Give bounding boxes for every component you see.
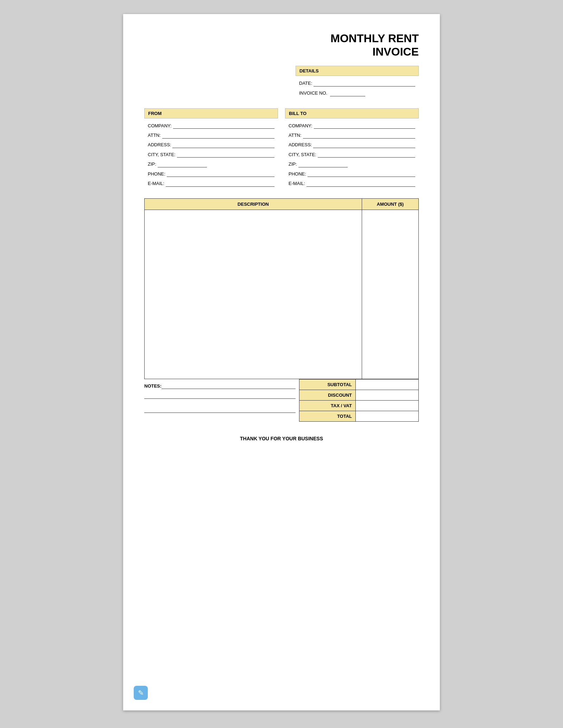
invoice-page: MONTHLY RENT INVOICE DETAILS DATE: INVOI… — [123, 14, 440, 710]
description-cell[interactable] — [145, 210, 362, 379]
notes-line-2[interactable] — [144, 390, 296, 399]
billto-city-state: CITY, STATE: — [289, 150, 415, 159]
discount-value[interactable] — [356, 390, 418, 400]
billto-phone: PHONE: — [289, 170, 415, 178]
from-email: E-MAIL: — [148, 179, 274, 188]
description-table: DESCRIPTION AMOUNT ($) — [144, 198, 419, 379]
bill-to-section: BILL TO COMPANY: ATTN: ADDRESS: CITY, ST… — [285, 108, 419, 191]
from-attn: ATTN: — [148, 131, 274, 140]
table-header-row: DESCRIPTION AMOUNT ($) — [145, 199, 418, 210]
bottom-app-icon — [134, 686, 148, 700]
title-block: MONTHLY RENT INVOICE — [144, 32, 419, 59]
date-underline[interactable] — [314, 80, 415, 87]
notes-line-3[interactable] — [144, 404, 296, 413]
details-header: DETAILS — [296, 66, 419, 76]
billto-attn: ATTN: — [289, 131, 415, 140]
tax-value[interactable] — [356, 401, 418, 411]
billto-address: ADDRESS: — [289, 140, 415, 149]
from-billto-row: FROM COMPANY: ATTN: ADDRESS: CITY, STATE… — [144, 108, 419, 191]
from-city-state: CITY, STATE: — [148, 150, 274, 159]
billto-email: E-MAIL: — [289, 179, 415, 188]
notes-area: NOTES: — [144, 379, 299, 422]
tax-row: TAX / VAT — [299, 400, 418, 411]
discount-label: DISCOUNT — [299, 390, 356, 400]
details-body: DATE: INVOICE NO. — [296, 76, 419, 101]
from-header: FROM — [144, 108, 278, 119]
from-zip: ZIP: — [148, 160, 274, 168]
billto-zip: ZIP: — [289, 160, 415, 168]
tax-label: TAX / VAT — [299, 401, 356, 411]
from-body: COMPANY: ATTN: ADDRESS: CITY, STATE: ZIP… — [144, 119, 278, 191]
date-field: DATE: — [299, 79, 415, 88]
discount-row: DISCOUNT — [299, 390, 418, 400]
date-label: DATE: — [299, 79, 312, 88]
desc-col-header: DESCRIPTION — [145, 199, 362, 210]
subtotal-label: SUBTOTAL — [299, 379, 356, 390]
invoice-no-label: INVOICE NO. — [299, 89, 327, 98]
subtotal-value[interactable] — [356, 379, 418, 390]
amount-cell[interactable] — [362, 210, 418, 379]
details-section: DETAILS DATE: INVOICE NO. — [296, 66, 419, 101]
total-label: TOTAL — [299, 411, 356, 421]
amount-col-header: AMOUNT ($) — [362, 199, 418, 210]
from-company: COMPANY: — [148, 121, 274, 130]
subtotal-row: SUBTOTAL — [299, 379, 418, 390]
notes-label: NOTES: — [144, 383, 162, 389]
total-value[interactable] — [356, 411, 418, 421]
bill-to-body: COMPANY: ATTN: ADDRESS: CITY, STATE: ZIP… — [285, 119, 419, 191]
total-row: TOTAL — [299, 411, 418, 421]
summary-area: NOTES: SUBTOTAL DISCOUNT TAX / VAT TOTAL — [144, 379, 419, 422]
notes-field: NOTES: — [144, 383, 296, 389]
from-section: FROM COMPANY: ATTN: ADDRESS: CITY, STATE… — [144, 108, 278, 191]
table-body — [145, 210, 418, 379]
invoice-no-underline[interactable] — [330, 90, 365, 96]
bill-to-header: BILL TO — [285, 108, 419, 119]
from-address: ADDRESS: — [148, 140, 274, 149]
summary-table: SUBTOTAL DISCOUNT TAX / VAT TOTAL — [299, 379, 419, 422]
from-phone: PHONE: — [148, 170, 274, 178]
invoice-no-field: INVOICE NO. — [299, 89, 415, 98]
invoice-title: MONTHLY RENT INVOICE — [144, 32, 419, 59]
billto-company: COMPANY: — [289, 121, 415, 130]
thank-you-text: THANK YOU FOR YOUR BUSINESS — [144, 436, 419, 441]
